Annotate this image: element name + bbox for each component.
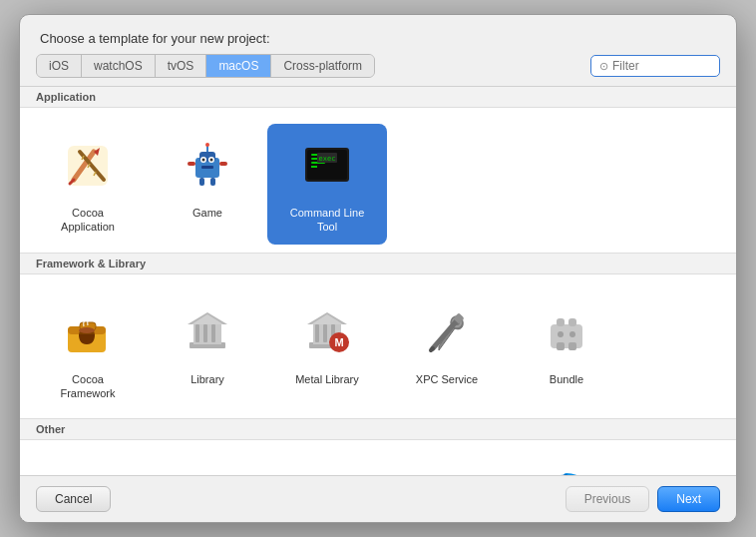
- item-library[interactable]: Library: [148, 290, 267, 411]
- svg-rect-28: [311, 166, 317, 168]
- svg-point-61: [569, 331, 575, 337]
- svg-point-11: [202, 159, 205, 162]
- other-1-icon: [56, 466, 120, 475]
- cocoa-application-label: CocoaApplication: [61, 206, 115, 235]
- item-game[interactable]: Game: [148, 124, 267, 245]
- item-other-1[interactable]: [28, 456, 148, 475]
- svg-rect-16: [219, 162, 227, 166]
- next-button[interactable]: Next: [657, 486, 720, 512]
- metal-library-label: Metal Library: [295, 372, 359, 386]
- item-command-line-tool[interactable]: exec Command LineTool: [267, 124, 387, 245]
- svg-point-60: [558, 331, 564, 337]
- tab-tvos[interactable]: tvOS: [156, 55, 207, 77]
- application-grid: CocoaApplication: [20, 108, 736, 253]
- svg-rect-59: [568, 342, 576, 350]
- game-label: Game: [192, 206, 222, 220]
- item-other-4[interactable]: [387, 456, 507, 475]
- section-other: Other: [20, 418, 736, 440]
- section-application: Application: [20, 87, 736, 108]
- section-framework: Framework & Library: [20, 253, 736, 274]
- navigation-buttons: Previous Next: [566, 486, 720, 512]
- item-xpc-service[interactable]: XPC Service: [387, 290, 507, 411]
- command-line-label: Command LineTool: [290, 206, 365, 235]
- bundle-label: Bundle: [550, 372, 583, 386]
- svg-point-13: [210, 159, 213, 162]
- svg-rect-37: [203, 324, 207, 342]
- svg-rect-17: [199, 178, 204, 186]
- cancel-button[interactable]: Cancel: [36, 486, 111, 512]
- tab-bar: iOS watchOS tvOS macOS Cross-platform: [36, 54, 375, 78]
- bundle-icon: [535, 300, 598, 364]
- other-4-icon: [415, 466, 479, 475]
- tab-watchos[interactable]: watchOS: [82, 55, 156, 77]
- cocoa-framework-icon: [56, 300, 120, 364]
- cocoa-app-icon: [56, 134, 120, 198]
- svg-line-52: [433, 318, 459, 348]
- item-bundle[interactable]: Bundle: [507, 290, 626, 411]
- svg-line-53: [431, 348, 433, 350]
- filter-input-wrapper[interactable]: ⊙: [590, 55, 720, 77]
- other-2-icon: [176, 466, 239, 475]
- item-metal-library[interactable]: M Metal Library: [267, 290, 387, 411]
- svg-rect-36: [195, 324, 199, 342]
- library-label: Library: [190, 372, 224, 386]
- svg-rect-57: [568, 318, 576, 326]
- svg-text:exec: exec: [319, 155, 336, 163]
- item-other-3[interactable]: [267, 456, 387, 475]
- svg-rect-15: [188, 162, 195, 166]
- svg-rect-38: [211, 324, 215, 342]
- metal-library-icon: M: [295, 300, 359, 364]
- item-other-2[interactable]: [148, 456, 267, 475]
- tab-ios[interactable]: iOS: [37, 55, 82, 77]
- tab-macos[interactable]: macOS: [206, 55, 271, 77]
- svg-point-33: [79, 327, 95, 333]
- new-project-dialog: Choose a template for your new project: …: [19, 14, 737, 523]
- xpc-service-icon: [415, 300, 479, 364]
- svg-rect-56: [557, 318, 565, 326]
- tab-crossplatform[interactable]: Cross-platform: [271, 55, 374, 77]
- item-cocoa-application[interactable]: CocoaApplication: [28, 124, 148, 245]
- svg-text:M: M: [334, 336, 343, 348]
- svg-rect-18: [210, 178, 215, 186]
- other-5-icon: [535, 466, 598, 475]
- cocoa-framework-label: CocoaFramework: [60, 372, 115, 401]
- svg-rect-14: [201, 166, 213, 169]
- content-area: Application: [20, 86, 736, 475]
- framework-grid: CocoaFramework: [20, 274, 736, 419]
- svg-rect-43: [315, 324, 319, 342]
- item-cocoa-framework[interactable]: CocoaFramework: [28, 290, 148, 411]
- dialog-footer: Cancel Previous Next: [20, 475, 736, 522]
- xpc-service-label: XPC Service: [416, 372, 478, 386]
- svg-rect-58: [557, 342, 565, 350]
- previous-button[interactable]: Previous: [566, 486, 650, 512]
- command-line-icon: exec: [295, 134, 359, 198]
- library-icon: [176, 300, 239, 364]
- other-3-icon: [295, 466, 359, 475]
- item-other-5[interactable]: [507, 456, 626, 475]
- game-icon: [176, 134, 239, 198]
- filter-input[interactable]: [612, 59, 711, 73]
- other-grid: [20, 440, 736, 475]
- dialog-title: Choose a template for your new project:: [20, 15, 736, 54]
- svg-point-20: [205, 143, 209, 147]
- svg-rect-55: [551, 324, 582, 348]
- svg-rect-44: [323, 324, 327, 342]
- filter-icon: ⊙: [599, 60, 608, 73]
- tabs-row: iOS watchOS tvOS macOS Cross-platform ⊙: [20, 54, 736, 86]
